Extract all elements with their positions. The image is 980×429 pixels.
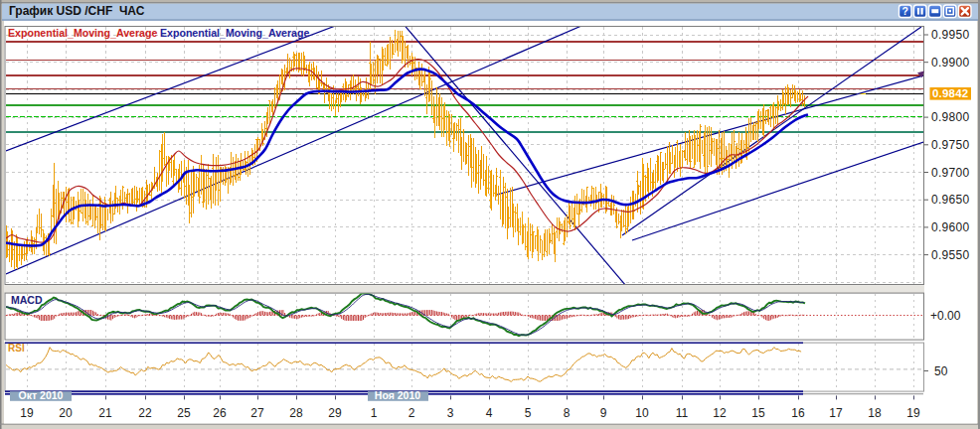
- svg-text:9: 9: [600, 406, 607, 420]
- svg-text:11: 11: [676, 406, 689, 420]
- svg-text:+0.00: +0.00: [930, 309, 961, 323]
- svg-text:19: 19: [906, 406, 920, 420]
- svg-text:27: 27: [250, 406, 264, 420]
- svg-text:График USD /CHF ЧАС: График USD /CHF ЧАС: [9, 4, 145, 18]
- svg-text:0.9842: 0.9842: [932, 87, 968, 99]
- svg-text:18: 18: [868, 406, 882, 420]
- svg-text:0.9800: 0.9800: [931, 110, 970, 124]
- svg-text:5: 5: [525, 406, 532, 420]
- svg-text:19: 19: [20, 406, 34, 420]
- svg-text:15: 15: [751, 406, 765, 420]
- svg-text:20: 20: [59, 406, 73, 420]
- svg-text:16: 16: [791, 406, 805, 420]
- svg-text:1: 1: [371, 406, 378, 420]
- svg-text:0.9950: 0.9950: [931, 28, 970, 42]
- svg-text:26: 26: [213, 406, 227, 420]
- svg-text:28: 28: [289, 406, 303, 420]
- svg-text:10: 10: [635, 406, 649, 420]
- svg-text:4: 4: [486, 406, 493, 420]
- svg-text:MACD: MACD: [11, 294, 43, 306]
- svg-text:Ноя 2010: Ноя 2010: [375, 389, 420, 401]
- svg-text:Окт 2010: Окт 2010: [19, 389, 64, 401]
- svg-text:?: ?: [901, 5, 907, 17]
- svg-text:Exponential_Moving_Average: Exponential_Moving_Average: [160, 27, 309, 39]
- svg-text:0.9700: 0.9700: [931, 166, 970, 180]
- svg-text:17: 17: [829, 406, 843, 420]
- svg-text:0.9600: 0.9600: [931, 220, 970, 234]
- svg-text:3: 3: [447, 406, 454, 420]
- svg-text:2: 2: [408, 406, 415, 420]
- svg-text:RSI: RSI: [8, 343, 25, 354]
- svg-text:0.9900: 0.9900: [931, 56, 970, 70]
- svg-text:12: 12: [713, 406, 727, 420]
- svg-text:0.9750: 0.9750: [931, 138, 970, 152]
- svg-text:0.9550: 0.9550: [931, 248, 970, 262]
- svg-text:25: 25: [177, 406, 191, 420]
- svg-text:Exponential_Moving_Average: Exponential_Moving_Average: [8, 27, 157, 39]
- svg-text:22: 22: [138, 406, 152, 420]
- svg-text:50: 50: [934, 364, 948, 378]
- svg-text:0.9650: 0.9650: [931, 193, 970, 207]
- svg-text:21: 21: [98, 406, 112, 420]
- svg-text:29: 29: [328, 406, 342, 420]
- svg-text:8: 8: [564, 406, 571, 420]
